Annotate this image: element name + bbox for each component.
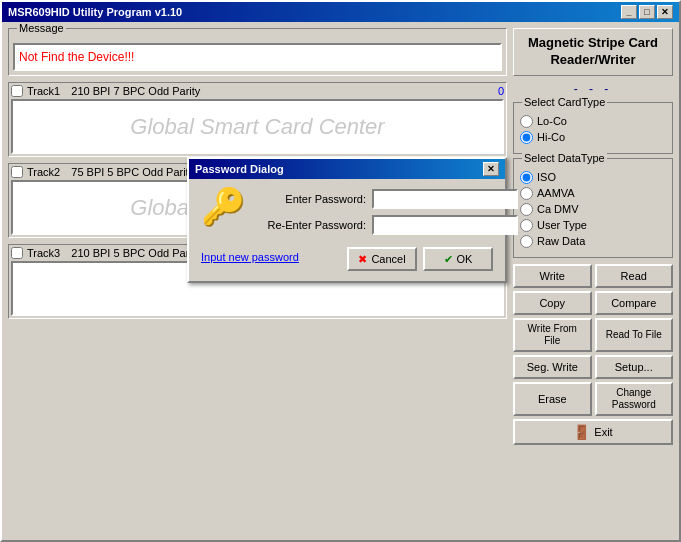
read-button[interactable]: Read — [595, 264, 674, 288]
dialog-hint: Input new password — [201, 251, 299, 263]
radio-hico: Hi-Co — [520, 131, 666, 144]
write-from-file-button[interactable]: Write From File — [513, 318, 592, 352]
exit-icon: 🚪 — [573, 424, 590, 440]
action-buttons: Write Read Copy Compare Write From File … — [513, 264, 673, 445]
message-field[interactable] — [13, 43, 502, 71]
track3-label: Track3 210 BPI 5 BPC Odd Parity — [11, 247, 200, 259]
dialog-title-bar: Password Dialog ✕ — [189, 159, 505, 179]
track2-checkbox[interactable] — [11, 166, 23, 178]
dialog-buttons: ✖ Cancel ✔ OK — [347, 247, 493, 271]
exit-label: Exit — [594, 426, 612, 438]
radio-cadmv: Ca DMV — [520, 203, 666, 216]
radio-aamva-label: AAMVA — [537, 187, 575, 199]
main-window: MSR609HID Utility Program v1.10 _ □ ✕ Me… — [0, 0, 681, 542]
card-type-label: Select CardType — [522, 96, 607, 108]
track1-checkbox[interactable] — [11, 85, 23, 97]
radio-cadmv-input[interactable] — [520, 203, 533, 216]
key-icon: 🔑 — [201, 189, 246, 225]
exit-button[interactable]: 🚪 Exit — [513, 419, 673, 445]
maximize-button[interactable]: □ — [639, 5, 655, 19]
radio-loco-input[interactable] — [520, 115, 533, 128]
radio-iso-input[interactable] — [520, 171, 533, 184]
enter-password-input[interactable] — [372, 189, 518, 209]
compare-button[interactable]: Compare — [595, 291, 674, 315]
ok-button[interactable]: ✔ OK — [423, 247, 493, 271]
dialog-title: Password Dialog — [195, 163, 284, 175]
radio-usertype-input[interactable] — [520, 219, 533, 232]
enter-password-label: Enter Password: — [256, 193, 366, 205]
copy-button[interactable]: Copy — [513, 291, 592, 315]
track3-spec: 210 BPI 5 BPC Odd Parity — [71, 247, 200, 259]
right-panel: Magnetic Stripe Card Reader/Writer - - -… — [513, 28, 673, 534]
ok-label: OK — [457, 253, 473, 265]
title-bar: MSR609HID Utility Program v1.10 _ □ ✕ — [2, 2, 679, 22]
radio-cadmv-label: Ca DMV — [537, 203, 579, 215]
ok-icon: ✔ — [444, 253, 453, 266]
track3-checkbox[interactable] — [11, 247, 23, 259]
dialog-footer: Input new password ✖ Cancel ✔ OK — [201, 243, 493, 271]
track1-label: Track1 210 BPI 7 BPC Odd Parity — [11, 85, 200, 97]
title-bar-buttons: _ □ ✕ — [621, 5, 673, 19]
reenter-password-row: Re-Enter Password: — [256, 215, 518, 235]
card-type-group: Select CardType Lo-Co Hi-Co — [513, 102, 673, 154]
radio-iso-label: ISO — [537, 171, 556, 183]
data-type-label: Select DataType — [522, 152, 607, 164]
radio-rawdata-input[interactable] — [520, 235, 533, 248]
cancel-label: Cancel — [371, 253, 405, 265]
setup-button[interactable]: Setup... — [595, 355, 674, 379]
track1-spec: 210 BPI 7 BPC Odd Parity — [71, 85, 200, 97]
window-title: MSR609HID Utility Program v1.10 — [8, 6, 182, 18]
seg-write-button[interactable]: Seg. Write — [513, 355, 592, 379]
radio-hico-input[interactable] — [520, 131, 533, 144]
reenter-password-label: Re-Enter Password: — [256, 219, 366, 231]
radio-loco-label: Lo-Co — [537, 115, 567, 127]
radio-aamva: AAMVA — [520, 187, 666, 200]
track1-name: Track1 — [27, 85, 60, 97]
track1-input[interactable] — [13, 101, 502, 152]
track3-name: Track3 — [27, 247, 60, 259]
data-type-group: Select DataType ISO AAMVA Ca DMV User Ty… — [513, 158, 673, 258]
radio-usertype: User Type — [520, 219, 666, 232]
dialog-content: 🔑 Enter Password: Re-Enter Password: Inp… — [189, 179, 505, 281]
minimize-button[interactable]: _ — [621, 5, 637, 19]
cancel-button[interactable]: ✖ Cancel — [347, 247, 417, 271]
change-password-button[interactable]: Change Password — [595, 382, 674, 416]
radio-hico-label: Hi-Co — [537, 131, 565, 143]
reenter-password-input[interactable] — [372, 215, 518, 235]
radio-loco: Lo-Co — [520, 115, 666, 128]
track2-name: Track2 — [27, 166, 60, 178]
radio-iso: ISO — [520, 171, 666, 184]
read-to-file-button[interactable]: Read To File — [595, 318, 674, 352]
track1-count: 0 — [498, 85, 504, 97]
radio-usertype-label: User Type — [537, 219, 587, 231]
track1-header: Track1 210 BPI 7 BPC Odd Parity 0 — [11, 85, 504, 97]
track1-textarea-wrap: Global Smart Card Center — [11, 99, 504, 154]
dialog-close-button[interactable]: ✕ — [483, 162, 499, 176]
enter-password-row: Enter Password: — [256, 189, 518, 209]
dialog-body: 🔑 Enter Password: Re-Enter Password: — [201, 189, 493, 235]
track2-label: Track2 75 BPI 5 BPC Odd Parity — [11, 166, 194, 178]
track2-spec: 75 BPI 5 BPC Odd Parity — [71, 166, 194, 178]
message-label: Message — [17, 22, 66, 34]
write-button[interactable]: Write — [513, 264, 592, 288]
erase-button[interactable]: Erase — [513, 382, 592, 416]
message-group: Message — [8, 28, 507, 76]
track1-panel: Track1 210 BPI 7 BPC Odd Parity 0 Global… — [8, 82, 507, 157]
radio-aamva-input[interactable] — [520, 187, 533, 200]
radio-rawdata: Raw Data — [520, 235, 666, 248]
dialog-fields: Enter Password: Re-Enter Password: — [256, 189, 518, 235]
device-title: Magnetic Stripe Card Reader/Writer — [513, 28, 673, 76]
cancel-icon: ✖ — [358, 253, 367, 266]
radio-rawdata-label: Raw Data — [537, 235, 585, 247]
close-button[interactable]: ✕ — [657, 5, 673, 19]
password-dialog: Password Dialog ✕ 🔑 Enter Password: Re-E… — [187, 157, 507, 283]
